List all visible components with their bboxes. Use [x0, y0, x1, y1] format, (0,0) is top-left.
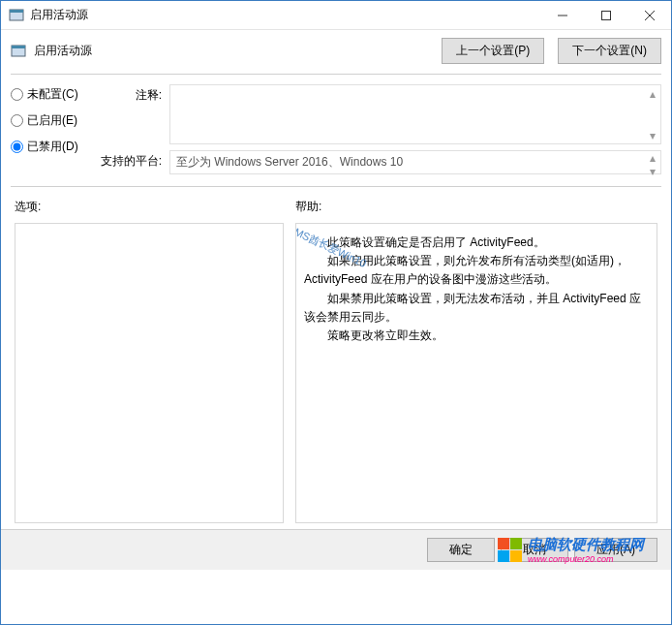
svg-rect-1 [10, 10, 23, 13]
comment-field[interactable]: ▴ ▾ [169, 84, 661, 144]
scroll-down-icon[interactable]: ▾ [644, 165, 660, 178]
help-p2: 如果启用此策略设置，则允许发布所有活动类型(如适用)，ActivityFeed … [304, 252, 649, 289]
radio-enabled[interactable]: 已启用(E) [11, 112, 100, 129]
minimize-button[interactable] [540, 1, 584, 29]
scroll-down-icon[interactable]: ▾ [644, 127, 660, 143]
cancel-button[interactable]: 取消 [501, 538, 568, 562]
options-label: 选项: [15, 199, 295, 215]
scroll-up-icon[interactable]: ▴ [644, 151, 660, 165]
apply-button[interactable]: 应用(A) [574, 538, 657, 562]
maximize-button[interactable] [584, 1, 627, 29]
policy-title: 启用活动源 [34, 43, 428, 59]
help-p4: 策略更改将立即生效。 [304, 327, 649, 345]
scroll-up-icon[interactable]: ▴ [644, 85, 660, 102]
close-button[interactable] [627, 1, 671, 29]
svg-rect-3 [601, 11, 610, 19]
radio-enabled-input[interactable] [11, 114, 23, 127]
platform-field: 至少为 Windows Server 2016、Windows 10 ▴ ▾ [169, 150, 661, 174]
radio-disabled[interactable]: 已禁用(D) [11, 139, 100, 155]
help-p3: 如果禁用此策略设置，则无法发布活动，并且 ActivityFeed 应该会禁用云… [304, 290, 649, 327]
help-p1: 此策略设置确定是否启用了 ActivityFeed。 [304, 234, 649, 252]
policy-icon [11, 44, 26, 59]
help-panel: MS酋长爱Win10 此策略设置确定是否启用了 ActivityFeed。 如果… [295, 223, 657, 523]
options-panel [15, 223, 284, 523]
platform-label: 支持的平台: [100, 150, 169, 174]
app-icon [9, 8, 24, 23]
comment-label: 注释: [100, 84, 169, 144]
radio-disabled-input[interactable] [11, 141, 23, 153]
next-setting-button[interactable]: 下一个设置(N) [558, 38, 661, 64]
radio-not-configured[interactable]: 未配置(C) [11, 86, 100, 103]
window-title: 启用活动源 [30, 7, 540, 23]
help-label: 帮助: [295, 199, 321, 215]
svg-rect-7 [12, 46, 25, 48]
ok-button[interactable]: 确定 [427, 538, 495, 562]
radio-not-configured-input[interactable] [11, 88, 23, 101]
previous-setting-button[interactable]: 上一个设置(P) [442, 38, 544, 64]
